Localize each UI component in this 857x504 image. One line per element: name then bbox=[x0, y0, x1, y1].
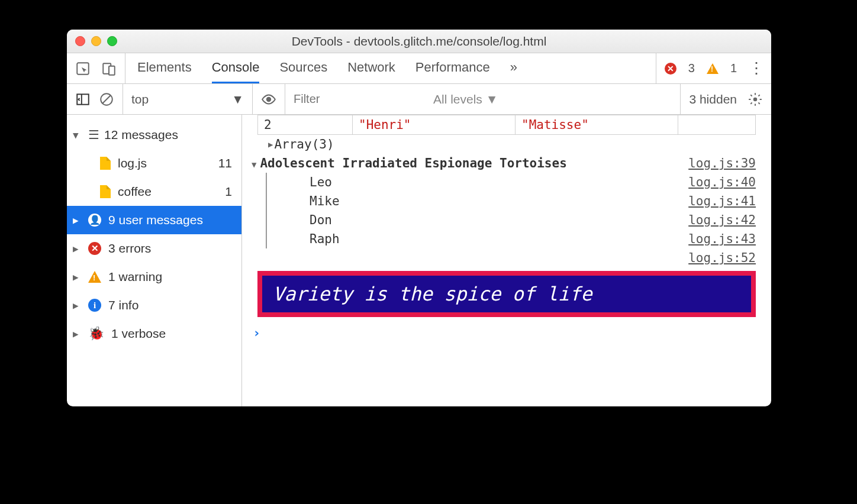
filter-input[interactable] bbox=[294, 92, 418, 106]
minimize-icon[interactable] bbox=[91, 36, 101, 46]
sidebar-messages[interactable]: ▼ ☰ 12 messages bbox=[67, 121, 241, 149]
log-message: Don bbox=[310, 213, 332, 227]
tab-console[interactable]: Console bbox=[212, 53, 260, 83]
device-toggle-icon[interactable] bbox=[101, 61, 117, 76]
sidebar-verbose[interactable]: ▶ 🐞 1 verbose bbox=[67, 319, 241, 348]
list-icon: ☰ bbox=[88, 128, 97, 142]
traffic-lights bbox=[75, 36, 117, 46]
log-message: Mike bbox=[310, 194, 340, 208]
error-icon[interactable]: ✕ bbox=[665, 63, 676, 75]
tab-network[interactable]: Network bbox=[347, 53, 395, 83]
sidebar-file-logjs[interactable]: log.js 11 bbox=[67, 149, 241, 177]
console-group-header[interactable]: ▼Adolescent Irradiated Espionage Tortois… bbox=[242, 154, 771, 173]
group-title: Adolescent Irradiated Espionage Tortoise… bbox=[260, 156, 566, 170]
table-cell-first: "Henri" bbox=[353, 115, 516, 134]
sidebar-file-count: 1 bbox=[225, 185, 241, 199]
clear-console-icon[interactable] bbox=[99, 92, 114, 107]
main-toolbar: Elements Console Sources Network Perform… bbox=[67, 53, 771, 84]
sidebar-info-label: 7 info bbox=[108, 298, 138, 312]
file-icon bbox=[100, 185, 111, 198]
user-icon: 👤 bbox=[88, 214, 101, 227]
tabs-overflow[interactable]: » bbox=[510, 53, 517, 83]
context-selector[interactable]: top bbox=[131, 92, 149, 106]
close-icon[interactable] bbox=[75, 36, 85, 46]
console-log-row: Mike log.js:41 bbox=[267, 192, 771, 211]
warning-icon[interactable] bbox=[707, 63, 719, 74]
console-prompt[interactable]: › bbox=[242, 321, 771, 345]
svg-rect-2 bbox=[109, 66, 115, 75]
kebab-menu-icon[interactable]: ⋮ bbox=[749, 59, 763, 77]
sidebar-warnings-label: 1 warning bbox=[108, 270, 162, 284]
gear-icon[interactable] bbox=[748, 92, 763, 107]
chevron-down-icon: ▼ bbox=[231, 92, 244, 106]
sidebar-file-label: coffee bbox=[118, 185, 152, 199]
context-value: top bbox=[131, 92, 149, 106]
sidebar-info[interactable]: ▶ i 7 info bbox=[67, 291, 241, 319]
table-cell-empty bbox=[678, 115, 755, 134]
log-message: Leo bbox=[310, 175, 332, 189]
tab-sources[interactable]: Sources bbox=[279, 53, 327, 83]
tab-performance[interactable]: Performance bbox=[415, 53, 490, 83]
array-label: Array(3) bbox=[274, 137, 334, 151]
console-log-row: Raph log.js:43 bbox=[267, 230, 771, 248]
source-link[interactable]: log.js:43 bbox=[688, 232, 756, 246]
console-log-row: log.js:52 bbox=[242, 248, 771, 267]
source-link[interactable]: log.js:40 bbox=[688, 175, 756, 189]
source-link[interactable]: log.js:39 bbox=[688, 156, 756, 170]
svg-point-8 bbox=[753, 97, 758, 101]
source-link[interactable]: log.js:42 bbox=[688, 213, 756, 227]
devtools-window: DevTools - devtools.glitch.me/console/lo… bbox=[67, 30, 771, 406]
sidebar-toggle-icon[interactable] bbox=[75, 92, 91, 107]
log-levels-selector[interactable]: All levels ▼ bbox=[433, 92, 498, 106]
sidebar-file-count: 11 bbox=[218, 156, 241, 170]
sidebar-warnings[interactable]: ▶ 1 warning bbox=[67, 263, 241, 291]
maximize-icon[interactable] bbox=[107, 36, 117, 46]
hidden-count: 3 hidden bbox=[689, 92, 737, 106]
expand-icon: ▶ bbox=[268, 140, 273, 149]
console-output: 2 "Henri" "Matisse" ▶ Array(3) ▼Adolesce… bbox=[242, 115, 771, 406]
bug-icon: 🐞 bbox=[88, 326, 104, 341]
svg-point-7 bbox=[267, 97, 271, 101]
sidebar-verbose-label: 1 verbose bbox=[111, 327, 166, 341]
sidebar-errors[interactable]: ▶ ✕ 3 errors bbox=[67, 234, 241, 263]
error-count: 3 bbox=[688, 62, 695, 75]
eye-icon[interactable] bbox=[261, 92, 276, 107]
styled-log-message: Variety is the spice of life bbox=[257, 271, 756, 317]
console-toolbar: top ▼ All levels ▼ 3 hidden bbox=[67, 84, 771, 115]
sidebar-user-messages[interactable]: ▶ 👤 9 user messages bbox=[67, 206, 241, 234]
collapse-icon: ▼ bbox=[252, 160, 256, 169]
svg-line-6 bbox=[103, 95, 111, 103]
tab-elements[interactable]: Elements bbox=[137, 53, 192, 83]
log-message: Raph bbox=[310, 232, 340, 246]
file-icon bbox=[100, 157, 111, 170]
mac-titlebar: DevTools - devtools.glitch.me/console/lo… bbox=[67, 30, 771, 53]
warning-icon bbox=[88, 271, 101, 283]
sidebar-file-label: log.js bbox=[118, 156, 147, 170]
console-sidebar: ▼ ☰ 12 messages log.js 11 coffee 1 ▶ 👤 9… bbox=[67, 115, 242, 406]
array-collapsed-row[interactable]: ▶ Array(3) bbox=[242, 135, 771, 154]
inspect-icon[interactable] bbox=[75, 61, 91, 76]
warning-count: 1 bbox=[730, 62, 737, 75]
table-cell-index: 2 bbox=[258, 115, 353, 134]
sidebar-errors-label: 3 errors bbox=[108, 241, 151, 256]
sidebar-user-label: 9 user messages bbox=[108, 213, 203, 227]
console-log-row: Don log.js:42 bbox=[267, 211, 771, 230]
source-link[interactable]: log.js:41 bbox=[688, 194, 756, 208]
window-title: DevTools - devtools.glitch.me/console/lo… bbox=[67, 34, 771, 49]
info-icon: i bbox=[88, 299, 101, 312]
sidebar-file-coffee[interactable]: coffee 1 bbox=[67, 177, 241, 206]
table-row: 2 "Henri" "Matisse" bbox=[257, 115, 756, 135]
console-log-row: Leo log.js:40 bbox=[267, 173, 771, 192]
sidebar-messages-label: 12 messages bbox=[104, 128, 178, 142]
error-icon: ✕ bbox=[88, 242, 101, 255]
source-link[interactable]: log.js:52 bbox=[688, 251, 756, 265]
table-cell-last: "Matisse" bbox=[516, 115, 678, 134]
